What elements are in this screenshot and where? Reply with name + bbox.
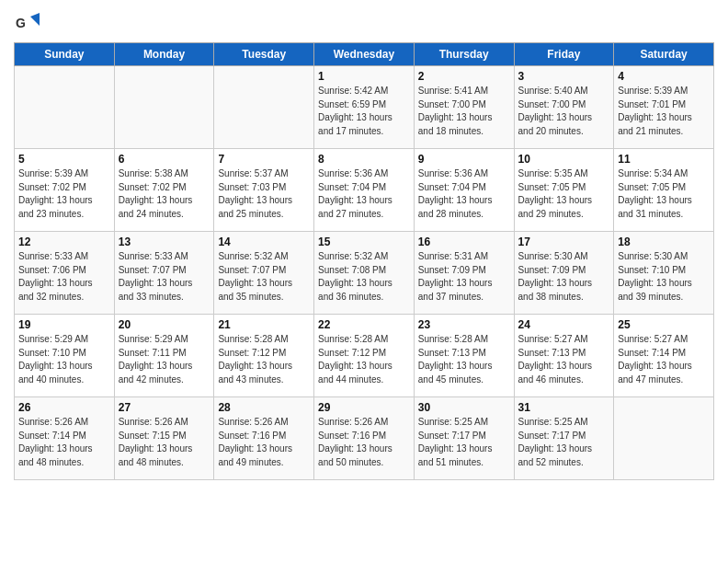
day-cell: 17Sunrise: 5:30 AM Sunset: 7:09 PM Dayli…	[514, 232, 614, 315]
day-cell: 22Sunrise: 5:28 AM Sunset: 7:12 PM Dayli…	[314, 315, 415, 397]
day-number: 9	[418, 153, 510, 166]
day-info: Sunrise: 5:37 AM Sunset: 7:03 PM Dayligh…	[218, 167, 310, 221]
week-row-1: 1Sunrise: 5:42 AM Sunset: 6:59 PM Daylig…	[15, 66, 714, 149]
day-info: Sunrise: 5:33 AM Sunset: 7:07 PM Dayligh…	[119, 250, 210, 304]
day-cell: 18Sunrise: 5:30 AM Sunset: 7:10 PM Dayli…	[614, 232, 714, 315]
day-cell	[614, 397, 714, 480]
day-cell: 2Sunrise: 5:41 AM Sunset: 7:00 PM Daylig…	[414, 66, 514, 149]
day-number: 29	[318, 401, 410, 414]
day-cell: 12Sunrise: 5:33 AM Sunset: 7:06 PM Dayli…	[15, 232, 115, 315]
day-cell: 1Sunrise: 5:42 AM Sunset: 6:59 PM Daylig…	[314, 66, 415, 149]
day-info: Sunrise: 5:39 AM Sunset: 7:01 PM Dayligh…	[618, 85, 710, 138]
header-day-wednesday: Wednesday	[314, 43, 415, 66]
day-cell: 16Sunrise: 5:31 AM Sunset: 7:09 PM Dayli…	[414, 232, 514, 315]
day-info: Sunrise: 5:27 AM Sunset: 7:14 PM Dayligh…	[618, 333, 710, 386]
day-cell: 27Sunrise: 5:26 AM Sunset: 7:15 PM Dayli…	[114, 397, 214, 480]
day-number: 3	[518, 70, 610, 83]
header-day-monday: Monday	[114, 43, 214, 66]
day-cell: 6Sunrise: 5:38 AM Sunset: 7:02 PM Daylig…	[114, 149, 214, 232]
day-info: Sunrise: 5:34 AM Sunset: 7:05 PM Dayligh…	[618, 167, 710, 221]
day-number: 11	[618, 153, 710, 166]
day-cell: 20Sunrise: 5:29 AM Sunset: 7:11 PM Dayli…	[114, 315, 214, 397]
day-info: Sunrise: 5:40 AM Sunset: 7:00 PM Dayligh…	[518, 85, 610, 138]
day-number: 14	[218, 236, 310, 248]
day-number: 6	[119, 153, 210, 166]
day-number: 31	[518, 401, 610, 414]
day-info: Sunrise: 5:35 AM Sunset: 7:05 PM Dayligh…	[518, 167, 610, 221]
day-info: Sunrise: 5:28 AM Sunset: 7:12 PM Dayligh…	[218, 333, 310, 386]
day-cell: 4Sunrise: 5:39 AM Sunset: 7:01 PM Daylig…	[614, 66, 714, 149]
day-number: 30	[418, 401, 510, 414]
day-info: Sunrise: 5:26 AM Sunset: 7:14 PM Dayligh…	[18, 416, 110, 469]
day-number: 7	[218, 153, 310, 166]
day-cell: 14Sunrise: 5:32 AM Sunset: 7:07 PM Dayli…	[214, 232, 314, 315]
day-number: 25	[618, 318, 710, 331]
day-number: 20	[119, 318, 210, 331]
day-cell: 19Sunrise: 5:29 AM Sunset: 7:10 PM Dayli…	[15, 315, 115, 397]
day-number: 22	[318, 318, 410, 331]
logo: G	[14, 9, 43, 35]
header-row: SundayMondayTuesdayWednesdayThursdayFrid…	[15, 43, 714, 66]
calendar-header: SundayMondayTuesdayWednesdayThursdayFrid…	[15, 43, 714, 66]
day-info: Sunrise: 5:36 AM Sunset: 7:04 PM Dayligh…	[418, 167, 510, 221]
day-number: 12	[18, 236, 110, 248]
day-cell: 21Sunrise: 5:28 AM Sunset: 7:12 PM Dayli…	[214, 315, 314, 397]
day-cell: 28Sunrise: 5:26 AM Sunset: 7:16 PM Dayli…	[214, 397, 314, 480]
week-row-3: 12Sunrise: 5:33 AM Sunset: 7:06 PM Dayli…	[15, 232, 714, 315]
day-info: Sunrise: 5:30 AM Sunset: 7:09 PM Dayligh…	[518, 250, 610, 304]
day-cell: 25Sunrise: 5:27 AM Sunset: 7:14 PM Dayli…	[614, 315, 714, 397]
day-number: 26	[18, 401, 110, 414]
day-info: Sunrise: 5:29 AM Sunset: 7:10 PM Dayligh…	[18, 333, 110, 386]
day-info: Sunrise: 5:39 AM Sunset: 7:02 PM Dayligh…	[18, 167, 110, 221]
day-number: 19	[18, 318, 110, 331]
day-number: 1	[318, 70, 410, 83]
day-number: 17	[518, 236, 610, 248]
day-info: Sunrise: 5:25 AM Sunset: 7:17 PM Dayligh…	[518, 416, 610, 469]
day-cell: 3Sunrise: 5:40 AM Sunset: 7:00 PM Daylig…	[514, 66, 614, 149]
day-info: Sunrise: 5:26 AM Sunset: 7:15 PM Dayligh…	[119, 416, 210, 469]
day-info: Sunrise: 5:32 AM Sunset: 7:07 PM Dayligh…	[218, 250, 310, 304]
day-info: Sunrise: 5:26 AM Sunset: 7:16 PM Dayligh…	[218, 416, 310, 469]
day-number: 8	[318, 153, 410, 166]
day-number: 23	[418, 318, 510, 331]
header-day-saturday: Saturday	[614, 43, 714, 66]
day-cell: 5Sunrise: 5:39 AM Sunset: 7:02 PM Daylig…	[15, 149, 115, 232]
day-info: Sunrise: 5:31 AM Sunset: 7:09 PM Dayligh…	[418, 250, 510, 304]
day-cell: 11Sunrise: 5:34 AM Sunset: 7:05 PM Dayli…	[614, 149, 714, 232]
day-number: 13	[119, 236, 210, 248]
calendar-body: 1Sunrise: 5:42 AM Sunset: 6:59 PM Daylig…	[15, 66, 714, 480]
day-cell	[114, 66, 214, 149]
day-info: Sunrise: 5:33 AM Sunset: 7:06 PM Dayligh…	[18, 250, 110, 304]
day-cell: 13Sunrise: 5:33 AM Sunset: 7:07 PM Dayli…	[114, 232, 214, 315]
day-cell: 24Sunrise: 5:27 AM Sunset: 7:13 PM Dayli…	[514, 315, 614, 397]
day-cell	[214, 66, 314, 149]
day-number: 10	[518, 153, 610, 166]
day-cell: 31Sunrise: 5:25 AM Sunset: 7:17 PM Dayli…	[514, 397, 614, 480]
day-info: Sunrise: 5:28 AM Sunset: 7:12 PM Dayligh…	[318, 333, 410, 386]
svg-text:G: G	[16, 16, 26, 30]
day-info: Sunrise: 5:41 AM Sunset: 7:00 PM Dayligh…	[418, 85, 510, 138]
calendar-table: SundayMondayTuesdayWednesdayThursdayFrid…	[14, 42, 714, 480]
day-info: Sunrise: 5:29 AM Sunset: 7:11 PM Dayligh…	[119, 333, 210, 386]
day-info: Sunrise: 5:28 AM Sunset: 7:13 PM Dayligh…	[418, 333, 510, 386]
day-number: 5	[18, 153, 110, 166]
day-cell: 7Sunrise: 5:37 AM Sunset: 7:03 PM Daylig…	[214, 149, 314, 232]
day-number: 2	[418, 70, 510, 83]
day-cell	[15, 66, 115, 149]
svg-marker-1	[30, 13, 40, 26]
header-day-tuesday: Tuesday	[214, 43, 314, 66]
day-info: Sunrise: 5:42 AM Sunset: 6:59 PM Dayligh…	[318, 85, 410, 138]
day-info: Sunrise: 5:27 AM Sunset: 7:13 PM Dayligh…	[518, 333, 610, 386]
week-row-5: 26Sunrise: 5:26 AM Sunset: 7:14 PM Dayli…	[15, 397, 714, 480]
day-cell: 8Sunrise: 5:36 AM Sunset: 7:04 PM Daylig…	[314, 149, 415, 232]
day-info: Sunrise: 5:25 AM Sunset: 7:17 PM Dayligh…	[418, 416, 510, 469]
day-number: 28	[218, 401, 310, 414]
day-number: 4	[618, 70, 710, 83]
day-number: 27	[119, 401, 210, 414]
day-number: 21	[218, 318, 310, 331]
header-day-sunday: Sunday	[15, 43, 115, 66]
header-day-friday: Friday	[514, 43, 614, 66]
logo-icon: G	[14, 9, 40, 35]
day-info: Sunrise: 5:26 AM Sunset: 7:16 PM Dayligh…	[318, 416, 410, 469]
day-number: 24	[518, 318, 610, 331]
